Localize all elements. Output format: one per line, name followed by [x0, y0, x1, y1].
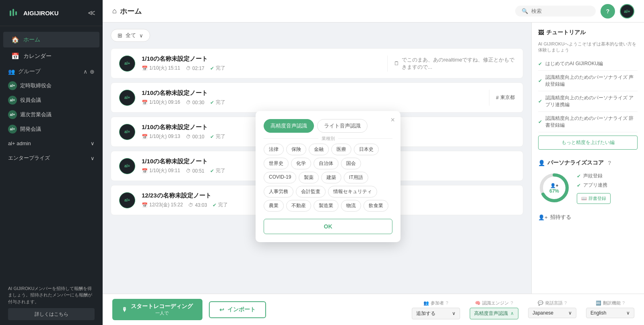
popup-tag[interactable]: 自治体 [314, 158, 339, 169]
group-section-actions: ∧ ⊕ [83, 68, 95, 75]
note-avatar-4: al+ [119, 158, 135, 174]
clock-icon-4: ⏱ [186, 168, 191, 174]
popup-close-button[interactable]: × [390, 116, 395, 124]
clock-icon-2: ⏱ [186, 100, 191, 105]
score-dict-button[interactable]: 📖 辞書登録 [577, 193, 611, 204]
collapse-sidebar-button[interactable]: ≪ [88, 8, 95, 17]
note-date-4: 📅 1/10(火) 09:11 [142, 167, 180, 174]
groups-icon: 👥 [8, 68, 15, 75]
clock-icon-1: ⏱ [186, 66, 191, 71]
enterprise-label: エンタープライズ [8, 154, 50, 162]
invite-link-button[interactable]: 詳しくはこちら [8, 308, 95, 320]
participants-help-icon[interactable]: ? [446, 300, 448, 305]
popup-tag[interactable]: 金融 [309, 144, 329, 155]
language-icon: 💬 [538, 300, 543, 306]
popup-tag[interactable]: 保険 [286, 144, 306, 155]
popup-tag[interactable]: 会計監査 [296, 186, 326, 197]
popup-tag[interactable]: 物流 [341, 200, 361, 212]
admin-section[interactable]: al+ admin ∨ [0, 136, 103, 150]
popup-tag[interactable]: 建築 [321, 172, 341, 183]
invite-panel-section[interactable]: 👤+ 招待する [538, 214, 638, 221]
popup-tag[interactable]: 医療 [331, 144, 351, 155]
participants-control: 👥 参加者 ? 追加する ∨ [412, 300, 460, 319]
engine-select[interactable]: 高精度音声認識 ∧ [470, 308, 518, 319]
user-avatar[interactable]: al+ [620, 4, 634, 19]
tutorial-more-button[interactable]: もっと精度を上げたい編 [538, 136, 638, 150]
note-meta-1: 📅 1/10(火) 15:11 ⏱ 02:17 ✔ 完了 [142, 65, 381, 72]
popup-tag[interactable]: 不動産 [286, 200, 311, 212]
add-group-button[interactable]: ⊕ [90, 68, 95, 75]
popup-tag[interactable]: 製造業 [314, 200, 339, 212]
popup-tab-high[interactable]: 高精度音声認識 [264, 119, 314, 133]
tutorial-icon: 🖼 [538, 29, 544, 36]
language-select[interactable]: Japanese ∨ [528, 308, 576, 318]
translation-chevron-icon: ∨ [626, 310, 630, 316]
note-card-2[interactable]: al+ 1/10の名称未設定ノート 📅 1/10(火) 09:16 ⏱ 00:3… [111, 82, 523, 113]
popup-ok-button[interactable]: OK [264, 219, 392, 234]
group-item-teiji[interactable]: al+ 定時取締役会 [0, 78, 103, 93]
score-items: ✔ 声紋登録 ✔ アプリ連携 📖 辞書登録 [577, 171, 638, 204]
right-panel: 🖼 チュートリアル AI GIJIROKUへようこそ!まずは基本的な使い方を体験… [531, 23, 644, 294]
tutorial-check-3: ✔ [538, 99, 542, 104]
popup-tag[interactable]: 農業 [264, 200, 284, 212]
group-item-dev[interactable]: al+ 開発会議 [0, 122, 103, 136]
microphone-icon: 🎙 [122, 306, 128, 313]
note-tag-2: # 東京都 [496, 94, 515, 101]
note-card-1[interactable]: al+ 1/10の名称未設定ノート 📅 1/10(火) 15:11 ⏱ 02:1… [111, 48, 523, 78]
enterprise-section[interactable]: エンタープライズ ∨ [0, 150, 103, 166]
popup-tab-light[interactable]: ライト音声認識 [317, 119, 367, 133]
popup-tag[interactable]: 人事労務 [264, 186, 293, 197]
note-avatar-1: al+ [119, 56, 135, 72]
filter-button[interactable]: ⊞ 全て ∨ [111, 29, 150, 42]
sidebar-item-calendar[interactable]: 📅 カレンダー [3, 48, 99, 64]
score-help-icon[interactable]: ? [608, 160, 611, 166]
translation-help-icon[interactable]: ? [622, 300, 625, 305]
engine-label: 🧠 認識エンジン ? [475, 300, 513, 306]
sidebar-header: AIGIJIROKU ≪ [0, 0, 103, 26]
popup-tag[interactable]: 製薬 [299, 172, 319, 183]
popup-tag[interactable]: 飲食業 [363, 200, 388, 212]
home-topbar-icon: ⌂ [112, 7, 117, 15]
help-button[interactable]: ? [601, 4, 615, 19]
note-date-5: 📅 12/23(金) 15:22 [142, 202, 183, 208]
filter-icon: ⊞ [118, 32, 122, 39]
group-avatar-yakuin: al+ [8, 96, 17, 105]
translation-icon: 🔤 [596, 300, 601, 306]
search-input[interactable] [531, 8, 588, 14]
group-avatar-teiji: al+ [8, 81, 17, 90]
note-divider-2 [489, 90, 489, 106]
import-button[interactable]: ↩ インポート [209, 301, 266, 318]
engine-help-icon[interactable]: ? [510, 300, 513, 305]
recognition-popup: × 高精度音声認識 ライト音声認識 業種別 法律保険金融医療日本史世界史化学自治… [256, 111, 400, 242]
note-status-2: ✔ 完了 [210, 99, 225, 106]
invite-panel-label: 招待する [550, 214, 571, 221]
popup-tag[interactable]: 世界史 [264, 158, 289, 169]
group-item-weekly[interactable]: al+ 週次営業会議 [0, 107, 103, 122]
sidebar-nav: 🏠 ホーム 📅 カレンダー 👥 グループ ∧ ⊕ al+ 定時取締役会 al+ … [0, 26, 103, 280]
popup-tag[interactable]: 情報セキュリティ [328, 186, 377, 197]
language-help-icon[interactable]: ? [564, 300, 567, 305]
groups-section-header: 👥 グループ ∧ ⊕ [0, 65, 103, 78]
note-duration-5: ⏱ 43:03 [188, 202, 207, 208]
participants-select[interactable]: 追加する ∨ [412, 308, 460, 319]
popup-tag[interactable]: 法律 [264, 144, 284, 155]
note-duration-1: ⏱ 02:17 [186, 66, 204, 71]
popup-tag[interactable]: 日本史 [354, 144, 379, 155]
preview-icon-1: 🗒 [394, 60, 399, 66]
group-item-yakuin[interactable]: al+ 役員会議 [0, 93, 103, 107]
record-button[interactable]: 🎙 スタートレコーディング 一人で [112, 299, 202, 320]
score-app-check: ✔ [577, 183, 581, 188]
search-box[interactable]: 🔍 [515, 6, 596, 16]
group-label-dev: 開発会議 [20, 125, 41, 133]
sidebar-item-home[interactable]: 🏠 ホーム [3, 32, 99, 47]
logo: AIGIJIROKU [7, 6, 59, 19]
logo-text: AIGIJIROKU [23, 10, 59, 16]
collapse-groups-button[interactable]: ∧ [83, 68, 87, 75]
popup-tag[interactable]: IT用語 [344, 172, 368, 183]
note-title-1: 1/10の名称未設定ノート [142, 55, 381, 63]
popup-tag[interactable]: 国会 [341, 158, 361, 169]
translation-select[interactable]: English ∨ [586, 308, 634, 318]
popup-tag[interactable]: 化学 [291, 158, 311, 169]
topbar-right: 🔍 ? al+ [515, 4, 634, 19]
popup-tag[interactable]: COVID-19 [264, 172, 296, 183]
